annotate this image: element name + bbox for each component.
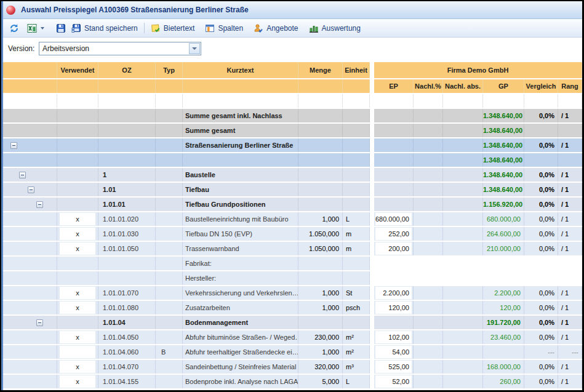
- cell-vergleich[interactable]: [524, 124, 558, 137]
- cell-oz[interactable]: [98, 94, 156, 108]
- cell-typ[interactable]: [156, 271, 183, 285]
- cell-typ[interactable]: [156, 198, 183, 211]
- cell-typ[interactable]: [156, 94, 183, 108]
- cell-typ[interactable]: [156, 153, 183, 167]
- cell-kurztext[interactable]: Straßensanierung Berliner Straße: [183, 138, 298, 152]
- cell-oz[interactable]: [98, 138, 156, 152]
- spalten-button[interactable]: Spalten: [203, 22, 245, 34]
- cell-ep[interactable]: 680.000,00: [374, 212, 414, 226]
- cell-rang[interactable]: / 1: [558, 227, 582, 241]
- verwendet-checkbox[interactable]: x: [60, 302, 95, 314]
- cell-oz[interactable]: 1.01: [98, 183, 156, 196]
- cell-vergleich[interactable]: [524, 94, 558, 108]
- cell-einheit[interactable]: m²: [343, 345, 370, 359]
- cell-vergleich[interactable]: 0,0%: [524, 227, 558, 241]
- cell-kurztext[interactable]: Summe gesamt inkl. Nachlass: [183, 109, 298, 122]
- cell-verwendet[interactable]: x: [57, 286, 98, 300]
- ep-input[interactable]: 52,00: [375, 375, 412, 388]
- tree-collapse-icon[interactable]: [19, 172, 26, 178]
- cell-typ[interactable]: [156, 330, 183, 344]
- cell-ep[interactable]: 52,00: [374, 375, 414, 388]
- cell-nachl-pct[interactable]: [414, 301, 443, 314]
- cell-nachl-abs[interactable]: [443, 330, 483, 344]
- cell-verwendet[interactable]: [57, 168, 98, 182]
- cell-vergleich[interactable]: 0,0%: [524, 198, 558, 211]
- cell-ep[interactable]: 525,00: [374, 360, 414, 374]
- cell-gp[interactable]: 1.348.640,00: [483, 124, 524, 137]
- cell-oz[interactable]: 1.01.04.060: [98, 345, 156, 359]
- angebote-button[interactable]: Angebote: [252, 22, 300, 34]
- cell-nachl-pct[interactable]: [414, 168, 443, 182]
- cell-verwendet[interactable]: [57, 183, 98, 196]
- cell-nachl-abs[interactable]: [443, 198, 483, 211]
- cell-nachl-abs[interactable]: [443, 212, 483, 226]
- cell-rang[interactable]: [558, 124, 582, 137]
- cell-typ[interactable]: [156, 316, 183, 329]
- cell-rang[interactable]: / 1: [558, 286, 582, 300]
- cell-menge[interactable]: [298, 138, 343, 152]
- cell-einheit[interactable]: [343, 183, 370, 196]
- cell-kurztext[interactable]: Abfuhr bituminöse Straßen- / Weged…: [183, 330, 298, 344]
- cell-menge[interactable]: 230,000: [298, 330, 343, 344]
- stand-speichern-button[interactable]: Stand speichern: [70, 22, 140, 34]
- cell-menge[interactable]: 1,000: [298, 345, 343, 359]
- verwendet-checkbox[interactable]: x: [60, 242, 95, 255]
- cell-kurztext[interactable]: Baustelle: [183, 168, 298, 182]
- cell-oz[interactable]: 1.01.01.070: [98, 286, 156, 300]
- cell-einheit[interactable]: [343, 109, 370, 122]
- cell-nachl-abs[interactable]: [443, 227, 483, 241]
- cell-gp[interactable]: 260,00: [483, 375, 524, 388]
- cell-nachl-abs[interactable]: [443, 153, 483, 167]
- header-menge[interactable]: Menge: [298, 62, 343, 78]
- save-button[interactable]: [54, 22, 68, 34]
- cell-typ[interactable]: [156, 301, 183, 314]
- cell-nachl-pct[interactable]: [414, 242, 443, 255]
- ep-input[interactable]: 54,00: [375, 346, 412, 358]
- cell-text-input-span[interactable]: [374, 271, 582, 285]
- cell-verwendet[interactable]: [57, 316, 98, 329]
- cell-vergleich[interactable]: 0,0%: [524, 286, 558, 300]
- cell-kurztext[interactable]: Trassenwarnband: [183, 242, 298, 255]
- cell-vergleich[interactable]: 0,0%: [524, 183, 558, 196]
- cell-vergleich[interactable]: 0,0%: [524, 330, 558, 344]
- cell-kurztext[interactable]: Hersteller:: [183, 271, 298, 285]
- cell-verwendet[interactable]: [57, 257, 98, 270]
- cell-einheit[interactable]: [343, 94, 370, 108]
- cell-nachl-pct[interactable]: [414, 94, 443, 108]
- cell-menge[interactable]: 5,000: [298, 375, 343, 388]
- header-sub-nachlabs[interactable]: Nachl. abs.: [443, 79, 483, 93]
- cell-verwendet[interactable]: x: [57, 227, 98, 241]
- cell-nachl-pct[interactable]: [414, 345, 443, 359]
- cell-rang[interactable]: / 1: [558, 360, 582, 374]
- tree-collapse-icon[interactable]: [10, 142, 17, 149]
- version-combobox[interactable]: Arbeitsversion: [39, 42, 201, 55]
- cell-verwendet[interactable]: [57, 109, 98, 122]
- cell-rang[interactable]: / 1: [558, 183, 582, 196]
- cell-kurztext[interactable]: Tiefbau: [183, 183, 298, 196]
- cell-rang[interactable]: [558, 153, 582, 167]
- cell-einheit[interactable]: [343, 138, 370, 152]
- cell-vergleich[interactable]: 0,0%: [524, 375, 558, 388]
- cell-vergleich[interactable]: 0,0%: [524, 168, 558, 182]
- cell-nachl-pct[interactable]: [414, 227, 443, 241]
- cell-gp[interactable]: [483, 345, 524, 359]
- cell-oz[interactable]: 1.01.04: [98, 316, 156, 329]
- cell-ep[interactable]: 54,00: [374, 345, 414, 359]
- verwendet-checkbox[interactable]: x: [60, 287, 95, 299]
- cell-menge[interactable]: [298, 257, 343, 270]
- header-sub-rang[interactable]: Rang: [558, 79, 582, 93]
- verwendet-checkbox[interactable]: x: [60, 228, 95, 240]
- header-typ[interactable]: Typ: [156, 62, 183, 78]
- cell-vergleich[interactable]: 0,0%: [524, 301, 558, 314]
- auswertung-button[interactable]: Auswertung: [307, 22, 362, 34]
- cell-rang[interactable]: / 1: [558, 198, 582, 211]
- cell-verwendet[interactable]: [57, 153, 98, 167]
- cell-gp[interactable]: [483, 94, 524, 108]
- cell-rang[interactable]: / 1: [558, 212, 582, 226]
- verwendet-checkbox[interactable]: x: [60, 213, 95, 225]
- cell-rang[interactable]: [558, 94, 582, 108]
- cell-einheit[interactable]: [343, 124, 370, 137]
- cell-einheit[interactable]: [343, 316, 370, 329]
- cell-ep[interactable]: 102,00: [374, 330, 414, 344]
- cell-rang[interactable]: / 1: [558, 138, 582, 152]
